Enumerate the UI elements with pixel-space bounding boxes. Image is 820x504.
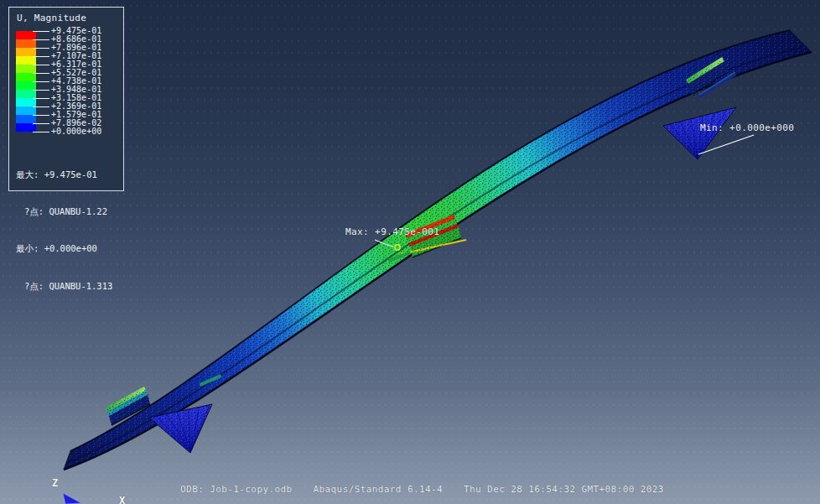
legend-swatch: [16, 123, 36, 132]
legend-tick: [33, 115, 49, 116]
triad-x-label: X: [119, 495, 125, 504]
legend-title: U, Magnitude: [17, 13, 86, 23]
min-annotation: Min: +0.000e+000: [700, 122, 794, 133]
legend-tick: [33, 107, 49, 107]
legend-min-value: 最小: +0.000e+00: [16, 242, 112, 255]
legend-tick-label: +0.000e+00: [51, 127, 101, 136]
legend-max-value: 最大: +9.475e-01: [16, 169, 112, 181]
legend-tick: [33, 56, 49, 57]
legend-tick: [33, 48, 49, 49]
triad-arrow: [63, 493, 81, 504]
legend-stats: 最大: +9.475e-01 ?点: QUANBU-1.22 最小: +0.00…: [16, 143, 112, 317]
max-annotation: Max: +9.475e-001: [345, 226, 439, 237]
support-right[interactable]: [663, 107, 736, 159]
status-odb: ODB: Job-1-copy.odb: [180, 484, 292, 495]
legend-swatch: [16, 39, 36, 48]
status-timestamp: Thu Dec 28 16:54:32 GMT+08:00 2023: [464, 484, 664, 495]
legend-scale: +9.475e-01+8.686e-01+7.896e-01+7.107e-01…: [9, 31, 125, 142]
legend-panel: U, Magnitude +9.475e-01+8.686e-01+7.896e…: [8, 7, 124, 191]
legend-tick: [33, 90, 49, 91]
status-line: ODB: Job-1-copy.odbAbaqus/Standard 6.14-…: [157, 473, 664, 504]
legend-tick: [33, 81, 49, 82]
legend-swatch: [16, 107, 36, 115]
status-solver: Abaqus/Standard 6.14-4: [314, 484, 444, 495]
legend-swatch: [16, 98, 36, 107]
legend-tick: [33, 98, 49, 99]
legend-swatch: [16, 81, 36, 90]
legend-tick: [33, 65, 49, 65]
legend-tick: [33, 39, 49, 40]
legend-min-node: ?点: QUANBU-1.313: [16, 280, 112, 293]
legend-swatch: [16, 90, 36, 98]
abaqus-viewport[interactable]: U, Magnitude +9.475e-01+8.686e-01+7.896e…: [0, 0, 820, 504]
legend-tick: [33, 123, 49, 124]
legend-max-node: ?点: QUANBU-1.22: [16, 205, 112, 218]
legend-swatch: [16, 73, 36, 81]
legend-swatch: [16, 48, 36, 56]
legend-swatch: [16, 31, 36, 39]
triad-z-label: Z: [52, 477, 58, 489]
legend-tick: [33, 31, 49, 32]
legend-swatch: [16, 56, 36, 65]
legend-tick: [33, 73, 49, 74]
legend-swatch: [16, 65, 36, 73]
legend-tick: [33, 132, 49, 132]
legend-swatch: [16, 115, 36, 123]
